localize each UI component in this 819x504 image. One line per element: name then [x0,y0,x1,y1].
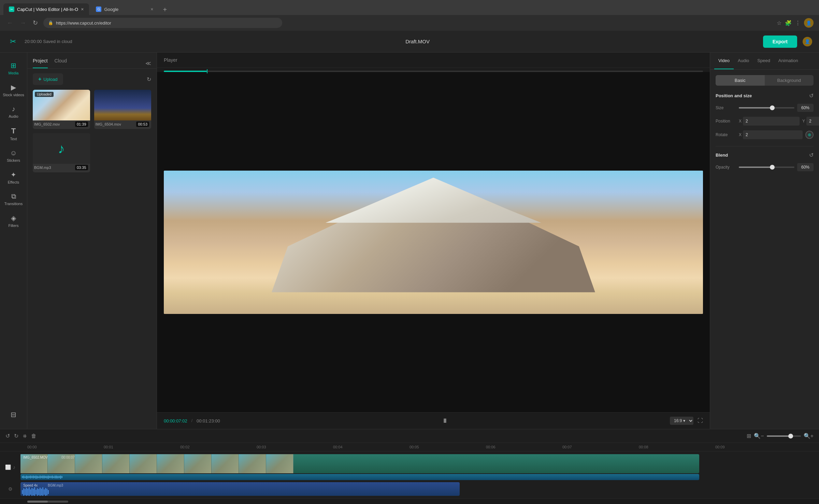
opacity-slider[interactable] [739,167,794,168]
ruler-02: 00:02 [180,445,257,449]
blend-reset[interactable]: ↺ [809,152,814,158]
thumb-5 [157,454,184,473]
upload-button[interactable]: + Upload [33,73,63,85]
effects-label: Effects [8,180,19,184]
size-slider-thumb[interactable] [770,105,775,110]
bgm-track-content[interactable]: Speed 4x BGM.mp3 [20,482,819,496]
basic-background-toggle: Basic Background [716,75,814,86]
tab-cloud[interactable]: Cloud [55,58,67,68]
audio-waveform-track[interactable] [20,474,699,480]
undo-button[interactable]: ↺ [5,433,10,439]
scrollbar-track[interactable] [27,501,68,503]
bgm-track-btn[interactable]: ⚙ [8,486,13,492]
section-divider [716,146,814,146]
tab-video[interactable]: Video [714,53,734,69]
delete-button[interactable]: 🗑 [31,433,37,439]
profile-menu-button[interactable]: ⋮ [795,20,801,26]
rotate-x-input[interactable] [743,130,803,139]
zoom-slider[interactable] [767,435,801,437]
video-track-clip[interactable]: IMG_6502.MOV 00:00:07 [20,454,699,473]
sidebar-item-captions[interactable]: ⊟ [1,407,26,423]
fullscreen-button[interactable]: ⛶ [698,418,703,424]
ruler-05: 00:05 [410,445,486,449]
bgm-track-clip[interactable]: Speed 4x BGM.mp3 [20,482,460,496]
user-avatar[interactable]: 👤 [803,37,812,46]
new-tab-button[interactable]: + [160,4,170,15]
scrollbar-thumb[interactable] [27,501,48,503]
background-tab[interactable]: Background [765,75,814,86]
profile-avatar[interactable]: 👤 [804,18,814,28]
tab-audio[interactable]: Audio [734,53,753,69]
media-panel: Project Cloud ≪ + Upload ↻ Uploaded 01:3… [27,53,157,429]
tab-animation[interactable]: Animation [774,53,802,69]
audio-icon: ♪ [12,105,15,113]
size-value-input[interactable] [797,104,814,112]
ruler-01: 00:01 [104,445,180,449]
sidebar-item-filters[interactable]: ◈ Filters [1,211,26,231]
zoom-in-button[interactable]: 🔍+ [804,433,814,439]
capcut-tab-close[interactable]: × [81,6,84,12]
address-bar[interactable]: 🔒 https://www.capcut.cn/editor [43,18,282,28]
timeline-scrollbar[interactable] [0,499,819,504]
app-body: ⊞ Media ▶ Stock videos ♪ Audio T Text ☺ … [0,53,819,429]
upload-plus-icon: + [38,76,41,82]
audio-waveform-bars [20,474,64,480]
star-button[interactable]: ☆ [777,20,781,26]
back-button[interactable]: ← [5,18,14,28]
right-panel-tabs: Video Audio Speed Animation [710,53,819,70]
refresh-button[interactable]: ↻ [147,76,151,83]
opacity-value-input[interactable] [797,163,814,171]
sidebar-item-stock[interactable]: ▶ Stock videos [1,80,26,100]
video-track-audio-btn[interactable]: ♪ [13,464,15,470]
tab-speed[interactable]: Speed [753,53,774,69]
pos-y-input[interactable] [806,117,819,126]
blend-title: Blend [716,153,728,158]
sidebar-item-stickers[interactable]: ☺ Stickers [1,146,26,166]
opacity-slider-thumb[interactable] [770,165,775,170]
sidebar-item-media[interactable]: ⊞ Media [1,58,26,78]
tab-project[interactable]: Project [33,58,48,68]
zoom-thumb[interactable] [788,434,793,438]
sidebar-item-text[interactable]: T Text [1,123,26,144]
google-tab-close[interactable]: × [150,6,153,12]
filters-label: Filters [9,224,19,228]
video-track-content[interactable]: IMG_6502.MOV 00:00:07 [20,454,819,480]
basic-tab[interactable]: Basic [716,75,765,86]
sidebar-item-effects[interactable]: ✦ Effects [1,167,26,188]
redo-button[interactable]: ↻ [14,433,18,439]
video-track-label: IMG_6502.MOV [23,456,48,459]
sidebar-item-transitions[interactable]: ⧉ Transitions [1,189,26,209]
size-slider[interactable] [739,107,794,109]
right-panel-content: Basic Background Position and size ↺ Siz… [710,70,819,429]
collapse-media-button[interactable]: ≪ [145,60,151,67]
ruler-09: 00:09 [715,445,792,449]
pause-button[interactable]: ⏸ [442,417,448,424]
position-size-title: Position and size [716,93,752,98]
ruler-06: 00:06 [486,445,562,449]
lock-icon: 🔒 [48,20,53,25]
extensions-button[interactable]: 🧩 [785,20,792,26]
pos-y-axis-label: Y [802,119,805,124]
fit-tracks-button[interactable]: ⊞ [747,433,751,439]
split-button[interactable]: ⧺ [23,433,27,439]
aspect-ratio-select[interactable]: 16:9 ▾ [670,417,693,425]
forward-button[interactable]: → [18,18,27,28]
video-track-screen-btn[interactable]: ⬜ [5,464,11,470]
media-item-0[interactable]: Uploaded 01:39 IMG_6502.mov [33,90,90,129]
rotate-dial[interactable]: ⊕ [805,131,814,139]
video-frame [164,171,703,314]
pos-x-input[interactable] [743,117,800,126]
media-item-1[interactable]: 00:53 IMG_6504.mov [94,90,152,129]
sidebar-item-audio[interactable]: ♪ Audio [1,102,26,122]
zoom-out-button[interactable]: 🔍− [754,433,764,439]
position-size-reset[interactable]: ↺ [809,92,814,99]
tool-sidebar: ⊞ Media ▶ Stock videos ♪ Audio T Text ☺ … [0,53,27,429]
media-item-2[interactable]: ♪ 03:35 BGM.mp3 [33,133,90,172]
tab-capcut[interactable]: ✂ CapCut | Video Editor | All-In-O × [3,3,89,15]
playhead-scrubber[interactable] [164,71,703,72]
reload-button[interactable]: ↻ [31,18,39,28]
browser-toolbar: ← → ↻ 🔒 https://www.capcut.cn/editor ☆ 🧩… [0,15,819,31]
media-thumb-1 [94,90,152,120]
tab-google[interactable]: G Google × [90,3,159,15]
export-button[interactable]: Export [763,35,797,48]
